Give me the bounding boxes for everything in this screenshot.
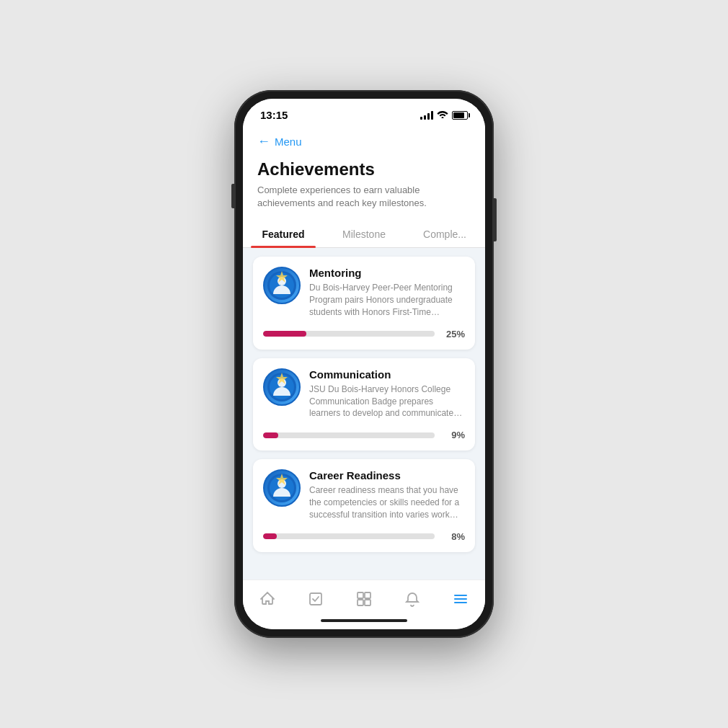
nav-item-scan[interactable] xyxy=(348,587,380,611)
progress-bar-fill-career xyxy=(263,533,277,539)
progress-row-career: 8% xyxy=(263,531,465,542)
nav-item-menu[interactable] xyxy=(445,587,476,611)
progress-row-communication: 9% xyxy=(263,430,465,440)
header: ← Menu Achievements Complete experiences… xyxy=(243,125,485,221)
svg-rect-12 xyxy=(310,593,321,605)
achievement-title-communication: Communication xyxy=(309,368,465,381)
svg-rect-15 xyxy=(358,600,363,605)
battery-icon xyxy=(452,111,468,120)
nav-item-tasks[interactable] xyxy=(300,587,332,611)
home-bar xyxy=(321,619,407,622)
notifications-icon xyxy=(404,590,421,608)
progress-bar-fill-mentoring xyxy=(263,331,306,337)
signal-icon xyxy=(420,111,433,120)
bottom-nav xyxy=(243,580,485,615)
page-title: Achievements xyxy=(257,159,471,179)
progress-label-mentoring: 25% xyxy=(442,329,465,339)
scan-icon xyxy=(355,590,373,608)
menu-icon xyxy=(452,590,469,608)
achievement-desc-communication: JSU Du Bois-Harvey Honors College Commun… xyxy=(309,383,465,420)
nav-item-notifications[interactable] xyxy=(396,587,428,611)
home-indicator xyxy=(243,615,485,629)
home-icon xyxy=(259,590,276,608)
achievement-badge-career xyxy=(263,469,301,507)
tasks-icon xyxy=(307,590,324,608)
svg-rect-13 xyxy=(358,592,363,598)
achievement-card-career[interactable]: Career Readiness Career readiness means … xyxy=(253,459,475,551)
progress-bar-bg-mentoring xyxy=(263,331,435,337)
wifi-icon xyxy=(437,110,448,120)
achievements-list: Mentoring Du Bois-Harvey Peer-Peer Mento… xyxy=(243,248,485,580)
achievement-text-communication: Communication JSU Du Bois-Harvey Honors … xyxy=(309,368,465,420)
progress-label-career: 8% xyxy=(442,531,465,542)
status-time: 13:15 xyxy=(260,109,288,121)
phone-screen: 13:15 xyxy=(243,99,485,629)
progress-bar-fill-communication xyxy=(263,432,278,438)
tab-complete[interactable]: Comple... xyxy=(404,221,485,247)
tab-featured[interactable]: Featured xyxy=(243,221,324,247)
back-button[interactable]: ← Menu xyxy=(257,134,471,149)
progress-bar-bg-career xyxy=(263,533,435,539)
achievement-card-mentoring[interactable]: Mentoring Du Bois-Harvey Peer-Peer Mento… xyxy=(253,257,475,349)
achievement-card-communication[interactable]: Communication JSU Du Bois-Harvey Honors … xyxy=(253,358,475,450)
svg-rect-16 xyxy=(365,600,370,605)
status-bar: 13:15 xyxy=(243,99,485,125)
achievement-top-career: Career Readiness Career readiness means … xyxy=(263,469,465,520)
tab-milestone[interactable]: Milestone xyxy=(324,221,404,247)
achievement-desc-mentoring: Du Bois-Harvey Peer-Peer Mentoring Progr… xyxy=(309,282,465,318)
achievement-text-career: Career Readiness Career readiness means … xyxy=(309,469,465,520)
back-arrow-icon: ← xyxy=(257,134,270,149)
achievement-top: Mentoring Du Bois-Harvey Peer-Peer Mento… xyxy=(263,267,465,318)
app-content: ← Menu Achievements Complete experiences… xyxy=(243,125,485,615)
status-icons xyxy=(420,110,468,120)
page-subtitle: Complete experiences to earn valuable ac… xyxy=(257,184,471,210)
progress-label-communication: 9% xyxy=(442,430,465,440)
achievement-badge-communication xyxy=(263,368,301,406)
achievement-title-mentoring: Mentoring xyxy=(309,267,465,279)
achievement-desc-career: Career readiness means that you have the… xyxy=(309,484,465,520)
achievement-text-mentoring: Mentoring Du Bois-Harvey Peer-Peer Mento… xyxy=(309,267,465,318)
svg-rect-14 xyxy=(365,592,370,598)
achievement-top-communication: Communication JSU Du Bois-Harvey Honors … xyxy=(263,368,465,420)
tabs-bar: Featured Milestone Comple... xyxy=(243,221,485,248)
back-label: Menu xyxy=(275,136,302,148)
achievement-title-career: Career Readiness xyxy=(309,469,465,481)
achievement-badge-mentoring xyxy=(263,267,301,304)
nav-item-home[interactable] xyxy=(252,587,283,611)
progress-row-mentoring: 25% xyxy=(263,329,465,339)
progress-bar-bg-communication xyxy=(263,432,435,438)
phone-frame: 13:15 xyxy=(234,90,494,638)
